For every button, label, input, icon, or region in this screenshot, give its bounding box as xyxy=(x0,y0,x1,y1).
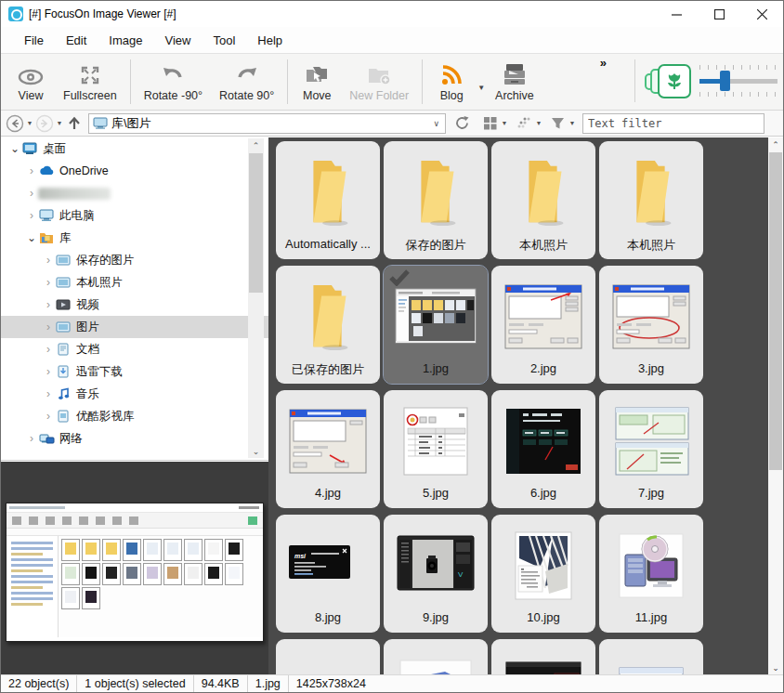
chevron-collapsed-icon[interactable]: › xyxy=(42,410,55,423)
chevron-collapsed-icon[interactable]: › xyxy=(25,164,38,177)
menu-help[interactable]: Help xyxy=(247,29,293,52)
tree-item-camera-roll[interactable]: › 本机照片 xyxy=(1,271,268,294)
chevron-collapsed-icon[interactable]: › xyxy=(42,320,55,333)
tree-item-user-redacted[interactable]: › xyxy=(1,182,268,204)
view-mode-button[interactable] xyxy=(479,113,500,134)
grid-item-image[interactable] xyxy=(384,639,488,674)
menu-file[interactable]: File xyxy=(14,29,54,52)
chevron-expanded-icon[interactable]: ⌄ xyxy=(25,231,38,244)
minimize-button[interactable] xyxy=(655,1,698,27)
videos-library-icon xyxy=(55,297,72,312)
menu-edit[interactable]: Edit xyxy=(56,29,97,52)
grid-item-folder[interactable]: 保存的图片 xyxy=(384,141,488,259)
view-mode-caret[interactable]: ▼ xyxy=(500,120,509,126)
slider-handle[interactable] xyxy=(720,71,730,91)
folder-icon xyxy=(615,154,687,230)
grid-item-image[interactable] xyxy=(276,639,380,674)
grid-item-image[interactable]: V 9.jpg xyxy=(384,515,488,633)
archive-button[interactable]: Archive xyxy=(487,59,542,106)
blog-button[interactable]: Blog xyxy=(427,59,476,106)
chevron-expanded-icon[interactable]: ⌄ xyxy=(8,142,21,155)
toolbar-separator xyxy=(422,59,423,104)
image-thumbnail xyxy=(499,281,588,352)
scroll-down-icon[interactable]: ⌄ xyxy=(248,444,264,458)
grid-item-image[interactable]: 2.jpg xyxy=(491,266,595,384)
text-filter-input[interactable] xyxy=(582,113,764,134)
chevron-collapsed-icon[interactable]: › xyxy=(42,254,55,267)
tree-item-pictures[interactable]: › 图片 xyxy=(1,316,268,338)
tree-item-videos[interactable]: › 视频 xyxy=(1,294,268,316)
scroll-up-icon[interactable]: ⌃ xyxy=(248,138,264,152)
grid-item-image[interactable]: 7.jpg xyxy=(599,390,703,508)
address-combo[interactable]: 库\图片 ∨ xyxy=(88,113,446,134)
chevron-collapsed-icon[interactable]: › xyxy=(25,187,38,200)
back-button[interactable] xyxy=(5,113,25,134)
forward-button[interactable] xyxy=(34,113,55,134)
chevron-collapsed-icon[interactable]: › xyxy=(42,387,55,400)
chevron-collapsed-icon[interactable]: › xyxy=(25,432,38,445)
grid-item-image[interactable]: 4.jpg xyxy=(276,390,380,508)
filter-caret[interactable]: ▼ xyxy=(568,120,577,126)
rotate-cw-button[interactable]: Rotate 90° xyxy=(211,59,282,106)
menu-tool[interactable]: Tool xyxy=(203,29,245,52)
grid-item-folder[interactable]: 本机照片 xyxy=(491,141,595,259)
grid-item-image[interactable]: 6.jpg xyxy=(491,390,595,508)
chevron-collapsed-icon[interactable]: › xyxy=(25,209,38,222)
tree-item-music[interactable]: › 音乐 xyxy=(1,383,268,405)
tree-item-onedrive[interactable]: › OneDrive xyxy=(1,160,268,182)
blog-dropdown-caret[interactable]: ▼ xyxy=(477,72,485,92)
tree-item-network[interactable]: › 网络 xyxy=(1,427,268,450)
rotate-ccw-button[interactable]: Rotate -90° xyxy=(136,59,211,106)
sort-button[interactable] xyxy=(514,113,534,134)
thumbnail-size-icon[interactable] xyxy=(645,62,688,99)
chevron-collapsed-icon[interactable]: › xyxy=(42,298,55,311)
maximize-button[interactable] xyxy=(698,1,740,27)
tree-scrollbar[interactable]: ⌃ ⌄ xyxy=(248,138,264,458)
grid-item-image[interactable]: 5.jpg xyxy=(384,390,488,508)
grid-item-folder[interactable]: 已保存的图片 xyxy=(276,266,380,384)
close-button[interactable] xyxy=(740,1,783,27)
tree-item-saved-pictures[interactable]: › 保存的图片 xyxy=(1,249,268,271)
documents-library-icon xyxy=(55,342,72,357)
refresh-button[interactable] xyxy=(451,113,472,134)
new-folder-button: New Folder xyxy=(341,59,417,106)
filter-button[interactable] xyxy=(547,113,568,134)
menu-view[interactable]: View xyxy=(155,29,202,52)
chevron-collapsed-icon[interactable]: › xyxy=(42,343,55,356)
chevron-collapsed-icon[interactable]: › xyxy=(42,365,55,378)
grid-item-image[interactable] xyxy=(599,639,703,674)
grid-item-folder[interactable]: Automatically ... xyxy=(276,141,380,259)
back-history-caret[interactable]: ▼ xyxy=(25,120,34,126)
grid-item-image-selected[interactable]: 1.jpg xyxy=(384,266,488,384)
grid-item-folder[interactable]: 本机照片 xyxy=(599,141,703,259)
scroll-down-icon[interactable]: ⌄ xyxy=(768,660,783,674)
move-button[interactable]: Move xyxy=(293,59,341,106)
address-dropdown-caret[interactable]: ∨ xyxy=(429,119,443,128)
tree-item-documents[interactable]: › 文档 xyxy=(1,338,268,360)
fullscreen-button[interactable]: Fullscreen xyxy=(55,59,125,106)
thumbnail-size-slider[interactable] xyxy=(699,62,777,99)
forward-history-caret[interactable]: ▼ xyxy=(55,120,64,126)
music-note-icon xyxy=(55,386,72,401)
tree-item-this-pc[interactable]: › 此电脑 xyxy=(1,204,268,227)
sort-caret[interactable]: ▼ xyxy=(534,120,543,126)
grid-item-image[interactable] xyxy=(491,639,595,674)
scroll-up-icon[interactable]: ⌃ xyxy=(768,137,783,151)
chevron-collapsed-icon[interactable]: › xyxy=(42,276,55,289)
toolbar-overflow-chevron[interactable]: » xyxy=(600,56,607,70)
view-button[interactable]: View xyxy=(7,59,55,106)
tree-item-youku-library[interactable]: › 优酷影视库 xyxy=(1,405,268,427)
tree-scrollbar-thumb[interactable] xyxy=(249,153,263,293)
menu-image[interactable]: Image xyxy=(98,29,152,52)
tree-item-desktop[interactable]: ⌄ 桌面 xyxy=(1,137,268,160)
grid-scrollbar-thumb[interactable] xyxy=(769,152,782,470)
grid-item-image[interactable]: msi 8.jpg xyxy=(276,515,380,633)
status-bar: 22 object(s) 1 object(s) selected 94.4KB… xyxy=(1,674,783,692)
tree-item-libraries[interactable]: ⌄ 库 xyxy=(1,227,268,249)
grid-item-image[interactable]: 3.jpg xyxy=(599,266,703,384)
grid-scrollbar[interactable]: ⌃ ⌄ xyxy=(768,137,783,674)
up-button[interactable] xyxy=(64,113,85,134)
grid-item-image[interactable]: 10.jpg xyxy=(491,515,595,633)
tree-item-thunder-download[interactable]: › 迅雷下载 xyxy=(1,360,268,383)
grid-item-image[interactable]: 11.jpg xyxy=(599,515,703,633)
